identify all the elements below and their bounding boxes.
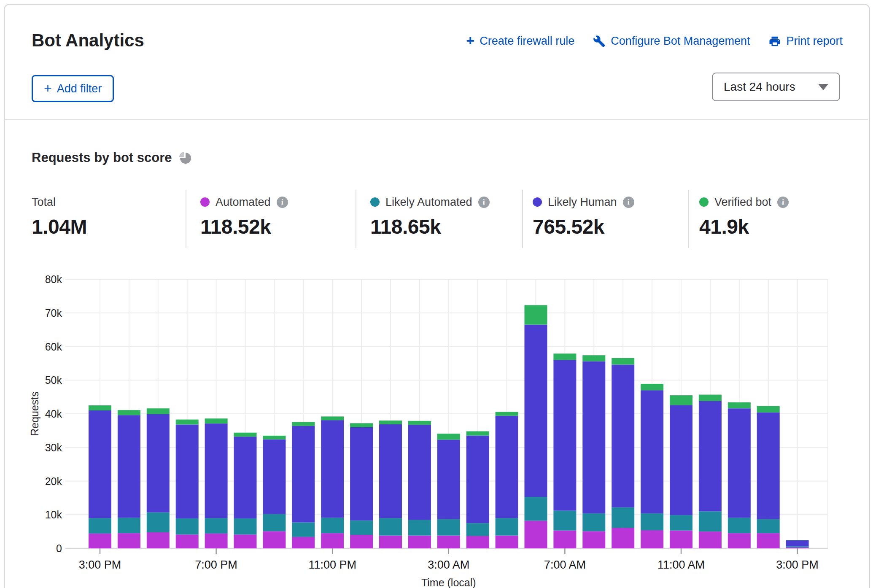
- bar-segment-likely-human[interactable]: [321, 420, 344, 518]
- bar-segment-automated[interactable]: [234, 534, 257, 548]
- bar-segment-verified-bot[interactable]: [553, 353, 576, 360]
- bar-segment-automated[interactable]: [205, 534, 228, 548]
- bar-segment-automated[interactable]: [350, 535, 373, 548]
- bar-segment-automated[interactable]: [699, 531, 722, 548]
- bar-segment-automated[interactable]: [379, 536, 402, 548]
- info-icon[interactable]: i: [623, 197, 634, 208]
- bar-segment-likely-automated[interactable]: [263, 514, 286, 531]
- bar-segment-likely-automated[interactable]: [757, 519, 780, 533]
- bar-segment-likely-human[interactable]: [176, 425, 199, 519]
- bar-segment-likely-human[interactable]: [205, 423, 228, 518]
- info-icon[interactable]: i: [777, 197, 789, 208]
- bar-segment-automated[interactable]: [728, 533, 751, 548]
- bar-segment-likely-human[interactable]: [757, 413, 780, 519]
- bar-segment-automated[interactable]: [466, 536, 489, 548]
- bar-segment-automated[interactable]: [321, 533, 344, 548]
- bar-segment-verified-bot[interactable]: [525, 305, 547, 324]
- bar-segment-automated[interactable]: [786, 548, 809, 548]
- bar-segment-likely-human[interactable]: [612, 365, 634, 507]
- bar-segment-likely-automated[interactable]: [234, 518, 257, 534]
- bar-segment-likely-automated[interactable]: [582, 513, 605, 531]
- bar-segment-verified-bot[interactable]: [612, 358, 634, 365]
- bar-segment-likely-human[interactable]: [379, 424, 402, 518]
- bar-segment-automated[interactable]: [641, 530, 663, 548]
- bar-segment-likely-automated[interactable]: [525, 497, 547, 521]
- bar-segment-verified-bot[interactable]: [350, 423, 373, 427]
- bar-segment-verified-bot[interactable]: [641, 384, 663, 390]
- bar-segment-likely-automated[interactable]: [670, 515, 692, 531]
- bar-segment-likely-automated[interactable]: [205, 518, 228, 534]
- bar-segment-likely-human[interactable]: [437, 440, 460, 519]
- bar-segment-automated[interactable]: [408, 536, 431, 548]
- bar-segment-likely-automated[interactable]: [321, 518, 344, 533]
- bar-segment-automated[interactable]: [89, 534, 111, 548]
- bar-segment-likely-human[interactable]: [641, 390, 663, 513]
- bar-segment-likely-automated[interactable]: [292, 523, 315, 537]
- bar-segment-likely-human[interactable]: [234, 437, 257, 518]
- bar-segment-verified-bot[interactable]: [321, 416, 344, 420]
- bar-segment-automated[interactable]: [553, 531, 576, 548]
- bar-segment-automated[interactable]: [118, 533, 140, 548]
- bar-segment-verified-bot[interactable]: [263, 436, 286, 440]
- bar-segment-likely-human[interactable]: [263, 440, 286, 514]
- bar-segment-likely-human[interactable]: [350, 427, 373, 521]
- bar-segment-automated[interactable]: [496, 536, 518, 548]
- bar-segment-automated[interactable]: [176, 534, 199, 548]
- bar-segment-likely-automated[interactable]: [89, 518, 111, 534]
- bar-segment-verified-bot[interactable]: [205, 418, 228, 423]
- bar-segment-automated[interactable]: [612, 528, 634, 548]
- bar-segment-likely-human[interactable]: [582, 361, 605, 513]
- bar-segment-verified-bot[interactable]: [437, 434, 460, 440]
- bar-segment-likely-automated[interactable]: [437, 519, 460, 536]
- bar-segment-verified-bot[interactable]: [496, 412, 518, 416]
- bar-segment-likely-automated[interactable]: [553, 511, 576, 531]
- bar-segment-likely-human[interactable]: [89, 410, 111, 518]
- bar-segment-likely-human[interactable]: [728, 408, 751, 518]
- bar-segment-verified-bot[interactable]: [670, 395, 692, 405]
- bar-segment-likely-automated[interactable]: [496, 518, 518, 535]
- bar-segment-verified-bot[interactable]: [234, 433, 257, 437]
- bar-segment-automated[interactable]: [757, 533, 780, 548]
- bar-segment-verified-bot[interactable]: [176, 420, 199, 425]
- bar-segment-likely-automated[interactable]: [728, 518, 751, 533]
- bar-segment-likely-automated[interactable]: [612, 507, 634, 528]
- info-icon[interactable]: i: [277, 197, 288, 208]
- bar-segment-verified-bot[interactable]: [379, 421, 402, 424]
- bar-segment-automated[interactable]: [582, 531, 605, 548]
- bar-segment-verified-bot[interactable]: [89, 405, 111, 410]
- time-range-dropdown[interactable]: Last 24 hours: [712, 73, 840, 101]
- bar-segment-verified-bot[interactable]: [147, 408, 170, 414]
- bar-segment-likely-automated[interactable]: [641, 513, 663, 530]
- bar-segment-likely-automated[interactable]: [408, 520, 431, 535]
- bar-segment-automated[interactable]: [437, 536, 460, 548]
- bar-segment-likely-human[interactable]: [118, 415, 140, 518]
- bar-segment-likely-human[interactable]: [147, 414, 170, 512]
- bar-segment-likely-human[interactable]: [466, 436, 489, 523]
- bar-segment-likely-automated[interactable]: [699, 511, 722, 531]
- bar-segment-likely-automated[interactable]: [118, 518, 140, 533]
- bar-segment-automated[interactable]: [670, 531, 692, 548]
- bar-segment-likely-automated[interactable]: [786, 546, 809, 548]
- bar-segment-verified-bot[interactable]: [118, 410, 140, 415]
- add-filter-button[interactable]: + Add filter: [32, 75, 114, 102]
- bar-segment-likely-human[interactable]: [786, 540, 809, 546]
- bar-segment-automated[interactable]: [147, 532, 170, 548]
- bar-segment-likely-automated[interactable]: [379, 518, 402, 535]
- bar-segment-verified-bot[interactable]: [699, 395, 722, 401]
- create-firewall-rule-link[interactable]: + Create firewall rule: [466, 35, 574, 48]
- print-report-link[interactable]: Print report: [768, 35, 843, 48]
- bar-segment-verified-bot[interactable]: [728, 402, 751, 408]
- bar-segment-likely-automated[interactable]: [176, 518, 199, 534]
- bar-segment-likely-automated[interactable]: [147, 512, 170, 532]
- bar-segment-likely-human[interactable]: [525, 325, 547, 497]
- bar-segment-likely-human[interactable]: [292, 426, 315, 523]
- bar-segment-automated[interactable]: [292, 537, 315, 548]
- bar-segment-likely-human[interactable]: [699, 401, 722, 512]
- bar-segment-likely-human[interactable]: [670, 405, 692, 515]
- bar-segment-automated[interactable]: [525, 521, 547, 548]
- bar-segment-likely-automated[interactable]: [350, 521, 373, 535]
- bar-segment-likely-automated[interactable]: [466, 523, 489, 536]
- bar-segment-verified-bot[interactable]: [582, 355, 605, 361]
- bar-segment-verified-bot[interactable]: [292, 422, 315, 426]
- configure-bot-management-link[interactable]: Configure Bot Management: [593, 35, 750, 48]
